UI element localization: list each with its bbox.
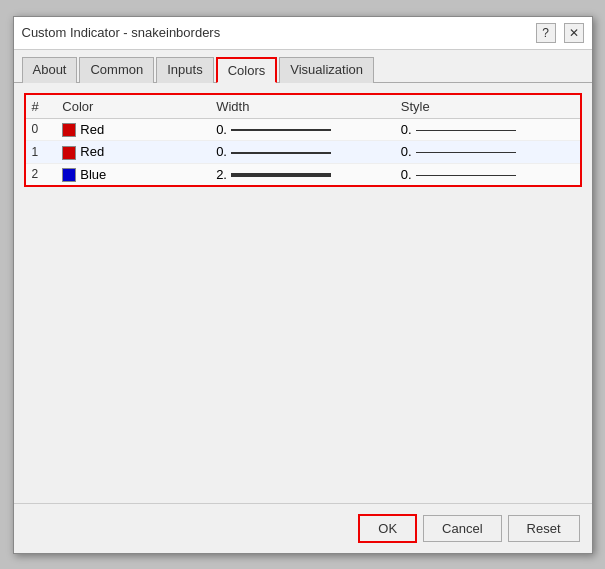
style-value: 0. bbox=[401, 122, 412, 137]
style-value: 0. bbox=[401, 167, 412, 182]
color-swatch bbox=[62, 168, 76, 182]
cell-color[interactable]: Red bbox=[56, 118, 210, 141]
close-button[interactable]: ✕ bbox=[564, 23, 584, 43]
cell-index: 0 bbox=[26, 118, 57, 141]
style-line bbox=[416, 175, 516, 176]
cell-width[interactable]: 0. bbox=[210, 118, 395, 141]
cell-width[interactable]: 2. bbox=[210, 163, 395, 185]
title-bar: Custom Indicator - snakeinborders ? ✕ bbox=[14, 17, 592, 50]
color-swatch bbox=[62, 123, 76, 137]
tab-visualization[interactable]: Visualization bbox=[279, 57, 374, 83]
table-row[interactable]: 1Red0.0. bbox=[26, 141, 580, 164]
color-label: Red bbox=[80, 122, 104, 137]
col-header-style: Style bbox=[395, 95, 580, 119]
cell-index: 2 bbox=[26, 163, 57, 185]
cell-index: 1 bbox=[26, 141, 57, 164]
width-value: 0. bbox=[216, 122, 227, 137]
reset-button[interactable]: Reset bbox=[508, 515, 580, 542]
tab-common[interactable]: Common bbox=[79, 57, 154, 83]
color-label: Red bbox=[80, 144, 104, 159]
cell-style[interactable]: 0. bbox=[395, 163, 580, 185]
cancel-button[interactable]: Cancel bbox=[423, 515, 501, 542]
cell-width[interactable]: 0. bbox=[210, 141, 395, 164]
style-line bbox=[416, 152, 516, 153]
ok-button[interactable]: OK bbox=[358, 514, 417, 543]
cell-color[interactable]: Blue bbox=[56, 163, 210, 185]
width-line bbox=[231, 129, 331, 131]
colors-table-container: # Color Width Style 0Red0.0.1Red0.0.2Blu… bbox=[24, 93, 582, 188]
col-header-width: Width bbox=[210, 95, 395, 119]
tab-about[interactable]: About bbox=[22, 57, 78, 83]
help-button[interactable]: ? bbox=[536, 23, 556, 43]
col-header-index: # bbox=[26, 95, 57, 119]
color-label: Blue bbox=[80, 167, 106, 182]
cell-color[interactable]: Red bbox=[56, 141, 210, 164]
cell-style[interactable]: 0. bbox=[395, 118, 580, 141]
table-row[interactable]: 0Red0.0. bbox=[26, 118, 580, 141]
col-header-color: Color bbox=[56, 95, 210, 119]
color-swatch bbox=[62, 146, 76, 160]
style-value: 0. bbox=[401, 144, 412, 159]
title-bar-buttons: ? ✕ bbox=[536, 23, 584, 43]
main-window: Custom Indicator - snakeinborders ? ✕ Ab… bbox=[13, 16, 593, 554]
window-title: Custom Indicator - snakeinborders bbox=[22, 25, 221, 40]
width-value: 2. bbox=[216, 167, 227, 182]
tab-inputs[interactable]: Inputs bbox=[156, 57, 213, 83]
footer: OK Cancel Reset bbox=[14, 503, 592, 553]
style-line bbox=[416, 130, 516, 131]
width-value: 0. bbox=[216, 144, 227, 159]
width-line bbox=[231, 152, 331, 154]
width-line bbox=[231, 173, 331, 177]
cell-style[interactable]: 0. bbox=[395, 141, 580, 164]
tab-colors[interactable]: Colors bbox=[216, 57, 278, 83]
colors-table: # Color Width Style 0Red0.0.1Red0.0.2Blu… bbox=[26, 95, 580, 186]
content-area: # Color Width Style 0Red0.0.1Red0.0.2Blu… bbox=[14, 83, 592, 503]
tab-bar: About Common Inputs Colors Visualization bbox=[14, 50, 592, 83]
table-row[interactable]: 2Blue2.0. bbox=[26, 163, 580, 185]
